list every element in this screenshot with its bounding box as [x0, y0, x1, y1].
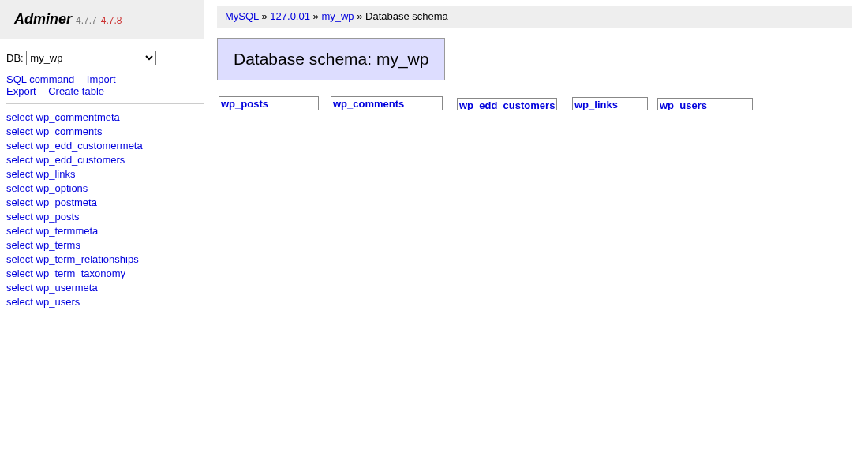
app-name: Adminer: [14, 11, 72, 27]
action-links: SQL command Import Export Create table: [6, 73, 204, 104]
create-table-link[interactable]: Create table: [48, 85, 104, 97]
breadcrumb-server[interactable]: 127.0.01: [270, 10, 310, 22]
breadcrumb-current: Database schema: [365, 10, 448, 22]
db-label: DB:: [6, 52, 26, 64]
app-title: Adminer 4.7.7 4.7.8: [0, 0, 204, 39]
export-link[interactable]: Export: [6, 85, 36, 97]
db-selector: DB: my_wp: [6, 51, 204, 65]
sql-command-link[interactable]: SQL command: [6, 73, 74, 85]
version-current: 4.7.7: [76, 15, 97, 26]
version-latest: 4.7.8: [101, 15, 122, 26]
schema-table[interactable]: wp_usersIDuser_loginuser_passuser_nicena…: [657, 98, 753, 110]
breadcrumb: MySQL » 127.0.01 » my_wp » Database sche…: [217, 6, 852, 28]
schema-table[interactable]: wp_linkslink_idlink_urllink_namelink_ima…: [572, 97, 648, 110]
content: MySQL » 127.0.01 » my_wp » Database sche…: [217, 0, 868, 110]
schema-table[interactable]: wp_commentscomment_IDcomment_post_IDcomm…: [331, 96, 443, 110]
table-name[interactable]: wp_posts: [221, 97, 316, 110]
schema-table[interactable]: wp_edd_customersiduser_idemailnamepurcha…: [457, 98, 557, 110]
breadcrumb-engine[interactable]: MySQL: [225, 10, 259, 22]
table-name[interactable]: wp_edd_customers: [459, 99, 555, 110]
table-name[interactable]: wp_users: [660, 99, 750, 110]
sidebar: Adminer 4.7.7 4.7.8 DB: my_wp SQL comman…: [0, 0, 204, 110]
table-name[interactable]: wp_links: [574, 98, 645, 110]
schema-table[interactable]: wp_postsIDpost_authorpost_datepost_date_…: [219, 96, 319, 110]
db-select[interactable]: my_wp: [26, 51, 156, 65]
table-name[interactable]: wp_comments: [333, 97, 440, 110]
breadcrumb-db[interactable]: my_wp: [321, 10, 354, 22]
page-title: Database schema: my_wp: [217, 38, 445, 80]
import-link[interactable]: Import: [87, 73, 116, 85]
